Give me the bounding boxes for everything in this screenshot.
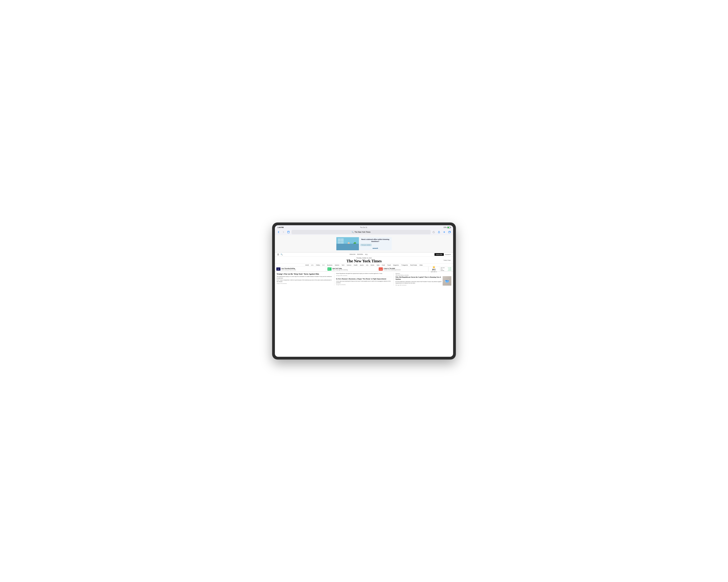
nyt-masthead: Thursday, October 24, 2019 The New York …	[275, 256, 453, 264]
article-1-title[interactable]: Trump's War on the 'Deep State' Turns Ag…	[277, 273, 332, 275]
status-right: 57%	[444, 227, 450, 228]
nyt-header-bar: ☰ 🔍 ENGLISH ESPAÑOL 中文 Subscribe Account…	[275, 252, 453, 256]
nav-science[interactable]: Science	[347, 265, 351, 266]
weather-temp: 55°F	[432, 269, 436, 270]
opinion-header[interactable]: Opinion ›	[395, 273, 451, 274]
ad-text: Need a tailored office while trimming ti…	[359, 237, 392, 250]
nav-tech[interactable]: Tech	[342, 265, 344, 266]
briefing-title-am: Your Thursday Briefing	[281, 268, 296, 269]
ad-logo: wework	[360, 247, 390, 249]
nav-sports[interactable]: Sports	[360, 265, 364, 266]
address-text: The New York Times	[355, 231, 370, 233]
battery-fill	[448, 227, 449, 228]
svg-rect-13	[347, 244, 350, 247]
ad-banner[interactable]: Need a tailored office while trimming ti…	[336, 237, 392, 250]
nav-business[interactable]: Business	[327, 265, 333, 266]
svg-point-16	[354, 243, 355, 244]
stock-dow-name: Dow	[441, 269, 443, 270]
article-col-3: Opinion › The Editorial Board Why Did Re…	[394, 273, 453, 286]
briefing-am[interactable]: am Your Thursday Briefing Here's what yo…	[275, 267, 326, 271]
article-2-subtitle[interactable]: In Steve Bannon's Basement, a Rogue 'War…	[336, 278, 392, 280]
stock-sp500-change: +0.14% ↑	[448, 267, 452, 268]
weather-icon: ☀️	[433, 266, 435, 269]
nyt-masthead-wrapper: Thursday, October 24, 2019 The New York …	[275, 256, 453, 264]
nav-realestate[interactable]: Real Estate	[410, 265, 417, 266]
svg-text:NY: NY	[328, 268, 330, 270]
briefings-bar: am Your Thursday Briefing Here's what yo…	[275, 267, 428, 271]
briefing-ny[interactable]: NY New York Today Why Trump signs are va…	[326, 267, 377, 271]
svg-point-17	[341, 244, 342, 245]
stock-ticker: S&P 500 +0.14% ↑ Dow 0.12% ↑ Nasdaq +0.5…	[439, 267, 453, 271]
nav-us[interactable]: U.S.	[311, 265, 314, 266]
lang-english[interactable]: ENGLISH	[350, 254, 356, 255]
account-button[interactable]: Account ▾	[445, 254, 451, 255]
svg-rect-0	[288, 231, 289, 233]
nyt-logo[interactable]: The New York Times	[275, 259, 453, 263]
stock-sp500: S&P 500 +0.14% ↑	[441, 267, 452, 268]
weather-location: New York, NY	[431, 271, 437, 272]
article-3-meta: 55m ago 480 comments	[395, 285, 442, 286]
back-button[interactable]	[277, 230, 280, 234]
nav-video[interactable]: Video	[419, 265, 423, 266]
lang-chinese[interactable]: 中文	[365, 254, 368, 255]
article-col-1: Trump's War on the 'Deep State' Turns Ag…	[275, 273, 334, 286]
nav-tmagazine[interactable]: T Magazine	[401, 265, 408, 266]
briefing-daily[interactable]: Daily Listen to 'The Daily' A victim of …	[377, 267, 428, 271]
ad-illustration	[336, 237, 359, 250]
article-2-body: A new radio show featuring Mr. Bannon an…	[336, 280, 392, 284]
nav-world[interactable]: World	[305, 265, 309, 266]
safari-right-actions	[432, 230, 451, 234]
svg-rect-4	[336, 245, 359, 250]
main-content: Trump's War on the 'Deep State' Turns Ag…	[275, 272, 453, 286]
bookmark-button[interactable]	[287, 230, 290, 234]
hamburger-icon[interactable]: ☰	[277, 253, 279, 256]
address-bar[interactable]: 🔍 The New York Times	[291, 230, 431, 234]
briefing-thumb-daily: Daily	[379, 268, 383, 271]
nyt-header-left: ☰ 🔍	[277, 253, 283, 256]
nav-politics[interactable]: Politics	[316, 265, 320, 266]
article-3-title[interactable]: Why Did Republicans Storm the Capitol? T…	[395, 276, 442, 280]
stock-nasdaq-change: +0.57% ↑	[448, 270, 452, 271]
nav-books[interactable]: Books	[370, 265, 374, 266]
svg-rect-2	[448, 231, 450, 233]
article-3-body: As more testimony is disclosed, it becom…	[395, 281, 442, 284]
opinion-photo	[443, 276, 451, 286]
article-1-body: The impeachment inquiry is in some ways …	[277, 276, 332, 282]
nyt-date: Thursday, October 24, 2019	[275, 257, 453, 259]
briefing-thumb-ny: NY	[328, 268, 332, 271]
nav-arts[interactable]: Arts	[366, 265, 368, 266]
today-paper-link[interactable]: Today's Paper	[443, 259, 451, 261]
share-button[interactable]	[437, 230, 441, 234]
nyt-nav: World U.S. Politics N.Y. Business Opinio…	[275, 264, 453, 267]
ad-image	[336, 237, 359, 250]
nav-magazine[interactable]: Magazine	[393, 265, 399, 266]
article-1-meta: 39 ago 729 comments	[277, 283, 332, 284]
opinion-with-photo: Why Did Republicans Storm the Capitol? T…	[395, 276, 451, 286]
tabs-button[interactable]	[448, 230, 451, 234]
nav-style[interactable]: Style	[376, 265, 380, 266]
new-tab-button[interactable]	[442, 230, 446, 234]
article-2-meta-top: 12h ago 2460 comments	[336, 275, 392, 276]
stock-dow: Dow 0.12% ↑	[441, 269, 452, 270]
nav-travel[interactable]: Travel	[387, 265, 391, 266]
nav-ny[interactable]: N.Y.	[322, 265, 325, 266]
subscribe-button[interactable]: Subscribe	[435, 253, 444, 256]
forward-button[interactable]	[282, 230, 285, 234]
status-date: Thu Oct 31	[360, 227, 367, 228]
nyt-header-right: Subscribe Account ▾	[435, 253, 451, 256]
opinion-text: Why Did Republicans Storm the Capitol? T…	[395, 276, 442, 286]
nav-health[interactable]: Health	[354, 265, 358, 266]
lang-espanol[interactable]: ESPAÑOL	[357, 254, 363, 255]
stock-nasdaq-name: Nasdaq	[441, 270, 444, 271]
nav-food[interactable]: Food	[382, 265, 385, 266]
briefing-thumb-am: am	[276, 268, 280, 271]
nav-opinion[interactable]: Opinion	[335, 265, 339, 266]
ad-cta-button[interactable]: Find your solution	[360, 244, 371, 246]
stock-nasdaq: Nasdaq +0.57% ↑	[441, 270, 452, 271]
reload-button[interactable]	[432, 230, 436, 234]
search-icon-nyt[interactable]: 🔍	[281, 253, 283, 255]
svg-rect-5	[339, 246, 357, 246]
safari-toolbar: 🔍 The New York Times	[275, 229, 453, 235]
weather-hi-lo: 67° / 50°	[432, 270, 436, 271]
briefing-desc-daily: A victim of the shadow government.	[384, 269, 401, 271]
